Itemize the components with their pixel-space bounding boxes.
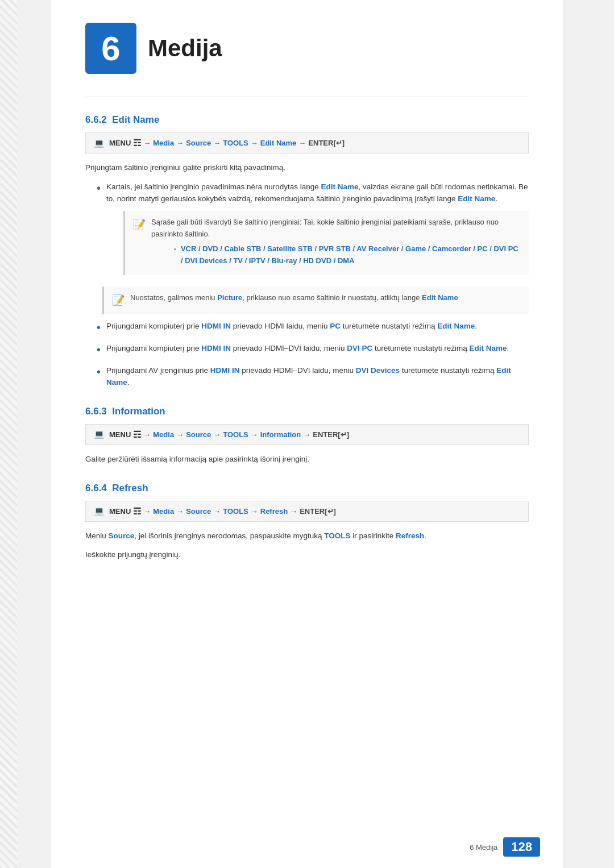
footer-page-number: 128 <box>503 837 540 857</box>
section-664-menu-path: 💻 MENU ☶ → Media → Source → TOOLS → Refr… <box>85 501 529 522</box>
section-662-menu-path: 💻 MENU ☶ → Media → Source → TOOLS → Edit… <box>85 132 529 153</box>
page-container: 6 Medija 6.6.2 Edit Name 💻 MENU ☶ → Medi… <box>51 0 563 868</box>
left-stripe <box>0 0 17 868</box>
chapter-number: 6 <box>85 23 136 74</box>
menu-icon-664: 💻 <box>94 506 105 516</box>
section-664: 6.6.4 Refresh 💻 MENU ☶ → Media → Source … <box>85 483 529 561</box>
section-664-heading: 6.6.4 Refresh <box>85 483 529 494</box>
section-664-intro2: Ieškokite prijungtų įrenginių. <box>85 549 529 561</box>
section-663-heading: 6.6.3 Information <box>85 406 529 417</box>
section-662: 6.6.2 Edit Name 💻 MENU ☶ → Media → Sourc… <box>85 114 529 389</box>
section-663-intro: Galite peržiūrėti išsamią informaciją ap… <box>85 453 529 466</box>
section-662-extra-bullets: • Prijungdami kompiuterį prie HDMI IN pr… <box>97 320 529 389</box>
bullet-item-1: • Kartais, jei šaltinio įrenginio pavadi… <box>97 181 529 281</box>
section-663-menu-path: 💻 MENU ☶ → Media → Source → TOOLS → Info… <box>85 424 529 445</box>
section-664-intro: Meniu Source, jei išorinis įrenginys ner… <box>85 530 529 542</box>
sub-item-1: ▪ VCR / DVD / Cable STB / Satellite STB … <box>174 243 521 267</box>
chapter-title: Medija <box>148 35 222 62</box>
menu-icon-663: 💻 <box>94 429 105 439</box>
section-663: 6.6.3 Information 💻 MENU ☶ → Media → Sou… <box>85 406 529 466</box>
chapter-header: 6 Medija <box>85 23 529 74</box>
footer-chapter-ref: 6 Medija <box>470 843 497 852</box>
menu-icon: 💻 <box>94 138 105 148</box>
header-divider <box>85 97 529 97</box>
extra-bullet-1: • Prijungdami kompiuterį prie HDMI IN pr… <box>97 320 529 337</box>
extra-bullet-3: • Prijungdami AV įrenginius prie HDMI IN… <box>97 364 529 389</box>
section-662-intro: Prijungtam šaltinio įrenginiui galite pr… <box>85 161 529 174</box>
note-box-2: 📝 Nuostatos, galimos meniu Picture, prik… <box>102 286 529 314</box>
section-662-bullets: • Kartais, jei šaltinio įrenginio pavadi… <box>97 181 529 281</box>
section-662-heading: 6.6.2 Edit Name <box>85 114 529 126</box>
extra-bullet-2: • Prijungdami kompiuterį prie HDMI IN pr… <box>97 342 529 359</box>
sub-list-1: ▪ VCR / DVD / Cable STB / Satellite STB … <box>174 243 521 267</box>
note-box-1: 📝 Sąraše gali būti išvardyti šie šaltini… <box>123 211 529 275</box>
page-footer: 6 Medija 128 <box>470 837 540 857</box>
